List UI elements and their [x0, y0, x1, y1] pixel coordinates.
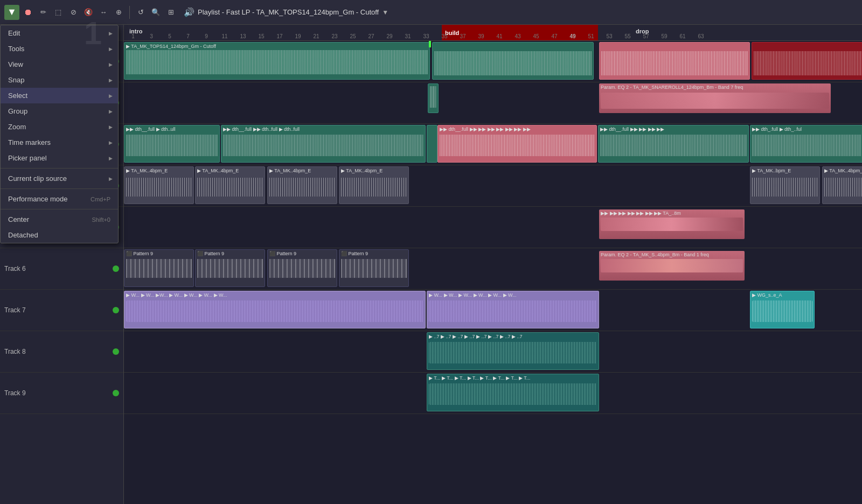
title-dropdown-arrow[interactable]: ▼ [382, 9, 388, 16]
clip-row4-1[interactable]: ▶ TA_MK..4bpm_E [124, 166, 194, 204]
content-row-7: ▶ W... ▶ W... ▶W... ▶ W... ▶ W... ▶ W...… [124, 290, 862, 331]
menu-current-clip-source-label: Current clip source [8, 174, 67, 183]
clip-row1-pink[interactable] [599, 42, 750, 80]
loop-btn[interactable]: ↺ [134, 6, 147, 19]
clip-row3-1[interactable]: ▶▶ dth__.full ▶ dth..ull [124, 125, 220, 163]
menu-item-picker-panel[interactable]: Picker panel [1, 150, 118, 166]
clip-row1-drop[interactable] [752, 42, 862, 80]
clip-row8-1[interactable]: ▶ ..7 ▶ ..7 ▶ ..7 ▶ ..7 ▶ ..7 ▶ ..7 ▶ ..… [427, 332, 599, 370]
clip-row7-2-label: ▶ W... ▶ W... ▶ W... ▶ W... ▶ W... ▶ W..… [429, 292, 597, 298]
ruler-5: 5 [161, 33, 179, 39]
clip-row6-auto[interactable]: Param. EQ 2 - TA_MK_S..4bpm_Bm - Band 1 … [599, 251, 745, 281]
menu-item-tools[interactable]: Tools [1, 41, 118, 57]
clip-row7-2[interactable]: ▶ W... ▶ W... ▶ W... ▶ W... ▶ W... ▶ W..… [427, 291, 599, 328]
content-row-9: ▶ T... ▶ T... ▶ T... ▶ T... ▶ T... ▶ T..… [124, 373, 862, 414]
snap-btn[interactable]: ⊞ [164, 6, 177, 19]
menu-item-center[interactable]: Center Shift+0 [1, 212, 118, 227]
clip-row6-pat2[interactable]: ⬛ Pattern 9 [195, 249, 265, 287]
erase-tool[interactable]: ⊘ [67, 6, 80, 19]
mute-tool[interactable]: 🔇 [82, 6, 95, 19]
menu-item-snap[interactable]: Snap [1, 72, 118, 88]
clip-row4-3-label: ▶ TA_MK..4bpm_E [269, 168, 335, 173]
clip-row4-4[interactable]: ▶ TA_MK..4bpm_E [339, 166, 409, 204]
clip-row1-main[interactable]: ▶ TA_MK_TOPS14_124bpm_Gm - Cutoff [124, 42, 430, 80]
menu-picker-panel-label: Picker panel [8, 154, 47, 162]
menu-item-select[interactable]: Select [1, 88, 118, 103]
clip-row7-1[interactable]: ▶ W... ▶ W... ▶W... ▶ W... ▶ W... ▶ W...… [124, 291, 426, 328]
menu-item-zoom[interactable]: Zoom [1, 119, 118, 135]
clip-row3-2[interactable]: ▶▶ dth__.full ▶▶ dth..full ▶ dth..full [221, 125, 426, 163]
clip-row2-small[interactable] [428, 83, 439, 113]
clip-row9-1[interactable]: ▶ T... ▶ T... ▶ T... ▶ T... ▶ T... ▶ T..… [427, 374, 599, 411]
zoom-btn[interactable]: 🔍 [149, 6, 162, 19]
clip-row3-drop-1-label: ▶▶ dth__.full ▶▶ ▶▶ ▶▶ ▶▶ [600, 127, 747, 132]
track-7-dot [113, 307, 119, 313]
clip-row7-cyan-label: ▶ WG_s..e_A [752, 292, 812, 298]
menu-item-edit[interactable]: Edit 1 [1, 25, 118, 41]
clip-row3-2-waveform [223, 135, 423, 156]
clip-row1-second[interactable] [432, 42, 594, 80]
clip-row4-2-wave [197, 178, 263, 197]
menu-item-performance-mode[interactable]: Performance mode Cmd+P [1, 191, 118, 207]
clip-row2-small-waveform [430, 86, 436, 108]
menu-view-label: View [8, 60, 23, 68]
clip-row2-auto[interactable]: Param. EQ 2 - TA_MK_SNAREROLL4_124bpm_Bm… [599, 83, 831, 113]
clip-row3-drop-1-waveform [600, 135, 747, 156]
content-row-5: ▶▶ ▶▶ ▶▶ ▶▶ ▶▶ ▶▶ ▶▶ TA_..8m [124, 207, 862, 248]
clip-row4-3[interactable]: ▶ TA_MK..4bpm_E [267, 166, 337, 204]
ruler-11: 11 [215, 33, 234, 39]
clip-row4-6[interactable]: ▶ TA_MK..4bpm_E [822, 166, 862, 204]
menu-item-time-markers[interactable]: Time markers [1, 135, 118, 150]
timeline-ruler: 1 3 5 7 9 11 13 15 17 19 21 23 25 27 29 … [124, 33, 862, 39]
menu-item-group[interactable]: Group [1, 103, 118, 119]
menu-separator-3 [1, 209, 118, 209]
clip-row4-5[interactable]: ▶ TA_MK..bpm_E [750, 166, 820, 204]
menu-snap-label: Snap [8, 76, 24, 84]
track-row-6: Track 6 [0, 248, 123, 290]
clip-row1-pink-waveform [601, 51, 748, 75]
ruler-25: 25 [344, 33, 362, 39]
ruler-43: 43 [509, 33, 527, 39]
clip-row2-auto-curve [601, 93, 829, 109]
slip-tool[interactable]: ↔ [97, 6, 110, 19]
clip-row9-1-wave [429, 383, 597, 405]
clip-row7-cyan[interactable]: ▶ WG_s..e_A [750, 291, 815, 328]
ruler-3: 3 [142, 33, 161, 39]
select-tool[interactable]: ⬚ [52, 6, 65, 19]
clip-row6-pat2-label: ⬛ Pattern 9 [197, 251, 263, 256]
ruler-51: 51 [582, 33, 600, 39]
clip-row4-1-label: ▶ TA_MK..4bpm_E [126, 168, 192, 173]
clip-row3-build[interactable]: ▶▶ dth__.full ▶▶ ▶▶ ▶▶ ▶▶ ▶▶ ▶▶ ▶▶ [437, 125, 597, 163]
clip-row5-auto[interactable]: ▶▶ ▶▶ ▶▶ ▶▶ ▶▶ ▶▶ ▶▶ TA_..8m [599, 209, 745, 239]
clip-row3-drop-1[interactable]: ▶▶ dth__.full ▶▶ ▶▶ ▶▶ ▶▶ [598, 125, 749, 163]
ruler-59: 59 [655, 33, 673, 39]
clip-row6-pat1[interactable]: ⬛ Pattern 9 [124, 249, 194, 287]
timeline[interactable]: intro build drop 1 3 5 7 9 11 13 15 [124, 25, 862, 504]
clip-row8-1-label: ▶ ..7 ▶ ..7 ▶ ..7 ▶ ..7 ▶ ..7 ▶ ..7 ▶ ..… [429, 334, 597, 339]
menu-item-view[interactable]: View [1, 57, 118, 72]
clip-row3-drop-2[interactable]: ▶▶ dth_.full ▶ dth_..ful [750, 125, 862, 163]
pencil-tool[interactable]: ✏ [37, 6, 50, 19]
clip-row7-1-wave [126, 300, 423, 322]
clip-row1-main-waveform [126, 50, 428, 74]
menu-dropdown-btn[interactable]: ▼ [4, 5, 19, 20]
clip-row4-5-wave [752, 178, 818, 197]
clip-row4-2[interactable]: ▶ TA_MK..4bpm_E [195, 166, 265, 204]
menu-item-current-clip-source[interactable]: Current clip source [1, 171, 118, 186]
clip-row6-pat4[interactable]: ⬛ Pattern 9 [339, 249, 409, 287]
ruler-29: 29 [380, 33, 399, 39]
clip-row3-1-label: ▶▶ dth__.full ▶ dth..ull [126, 127, 218, 132]
clip-row3-3[interactable] [427, 125, 437, 163]
ruler-17: 17 [270, 33, 289, 39]
ruler-39: 39 [472, 33, 490, 39]
track-row-7: Track 7 [0, 290, 123, 331]
menu-item-detached[interactable]: Detached [1, 227, 118, 243]
ruler-33: 33 [417, 33, 435, 39]
ruler-45: 45 [527, 33, 545, 39]
slice-tool[interactable]: ⊕ [112, 6, 125, 19]
clip-row6-pat3[interactable]: ⬛ Pattern 9 [267, 249, 337, 287]
playlist-title-bar: 🔊 Playlist - Fast LP - TA_MK_TOPS14_124b… [184, 7, 388, 17]
clip-row3-drop-2-label: ▶▶ dth_.full ▶ dth_..ful [752, 127, 861, 132]
record-btn[interactable]: ⏺ [22, 6, 34, 19]
clip-row6-auto-curve [601, 259, 743, 272]
